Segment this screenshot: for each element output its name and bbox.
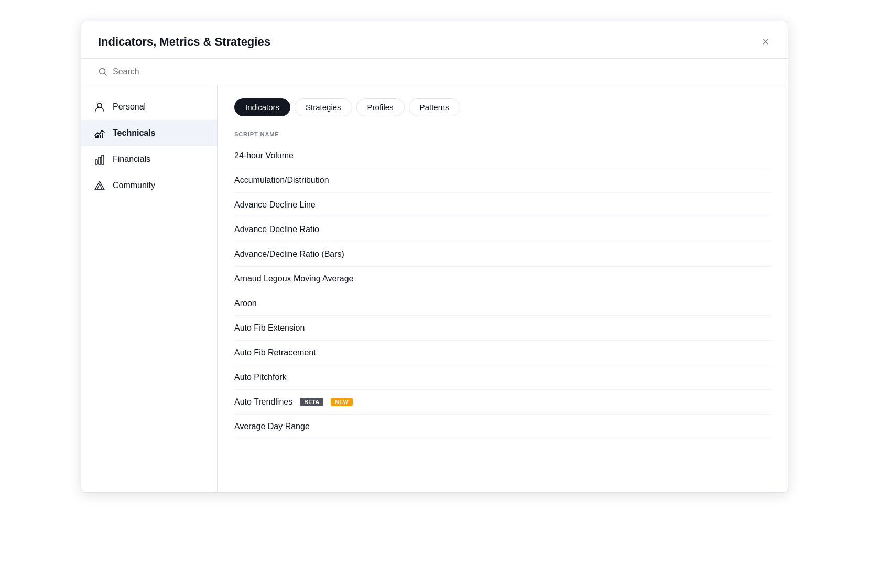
svg-marker-10 — [95, 181, 104, 190]
sidebar-label-financials: Financials — [113, 155, 150, 164]
svg-point-0 — [100, 69, 105, 74]
modal-container: Indicators, Metrics & Strategies × — [81, 21, 788, 493]
svg-rect-8 — [99, 157, 101, 164]
script-name: 24-hour Volume — [234, 151, 294, 160]
modal-title: Indicators, Metrics & Strategies — [98, 35, 270, 49]
list-item[interactable]: Auto Fib Extension — [234, 316, 771, 341]
list-item[interactable]: Advance/Decline Ratio (Bars) — [234, 242, 771, 267]
tab-strategies[interactable]: Strategies — [295, 98, 352, 116]
search-icon — [98, 67, 107, 77]
list-item[interactable]: Auto Pitchfork — [234, 365, 771, 390]
technicals-icon — [94, 127, 105, 139]
svg-line-1 — [105, 74, 107, 76]
svg-rect-4 — [97, 135, 99, 138]
script-name: Auto Fib Extension — [234, 323, 305, 333]
list-item[interactable]: Arnaud Legoux Moving Average — [234, 267, 771, 291]
script-name: Advance Decline Line — [234, 200, 316, 210]
list-item[interactable]: Aroon — [234, 291, 771, 316]
tabs-container: Indicators Strategies Profiles Patterns — [234, 98, 771, 116]
tab-patterns[interactable]: Patterns — [409, 98, 460, 116]
modal-header: Indicators, Metrics & Strategies × — [81, 21, 788, 59]
list-item[interactable]: Auto Fib Retracement — [234, 341, 771, 365]
close-button[interactable]: × — [760, 34, 771, 50]
svg-rect-7 — [95, 160, 97, 164]
community-icon — [94, 180, 105, 191]
sidebar-label-personal: Personal — [113, 102, 146, 112]
script-name: Advance Decline Ratio — [234, 225, 319, 234]
modal-body: Personal Technicals — [81, 85, 788, 492]
script-name: Auto Trendlines — [234, 397, 292, 407]
script-name: Arnaud Legoux Moving Average — [234, 274, 353, 284]
list-item[interactable]: Advance Decline Line — [234, 193, 771, 217]
search-bar — [81, 59, 788, 85]
script-name: Accumulation/Distribution — [234, 176, 329, 185]
script-name: Aroon — [234, 299, 257, 308]
column-header: SCRIPT NAME — [234, 129, 771, 139]
main-content: Indicators Strategies Profiles Patterns … — [218, 85, 788, 492]
list-item[interactable]: Advance Decline Ratio — [234, 217, 771, 242]
script-name: Average Day Range — [234, 422, 310, 431]
svg-rect-5 — [100, 135, 101, 138]
sidebar-label-community: Community — [113, 181, 155, 190]
svg-rect-3 — [95, 136, 97, 138]
script-name: Advance/Decline Ratio (Bars) — [234, 249, 344, 259]
script-list: 24-hour Volume Accumulation/Distribution… — [234, 144, 771, 439]
tab-profiles[interactable]: Profiles — [356, 98, 405, 116]
list-item[interactable]: Average Day Range — [234, 415, 771, 439]
beta-badge: BETA — [300, 398, 323, 406]
sidebar-item-technicals[interactable]: Technicals — [81, 120, 217, 146]
search-input[interactable] — [113, 67, 771, 77]
svg-rect-9 — [102, 155, 104, 164]
list-item[interactable]: Auto Trendlines BETA NEW — [234, 390, 771, 415]
sidebar-label-technicals: Technicals — [113, 128, 156, 138]
sidebar-item-personal[interactable]: Personal — [81, 94, 217, 120]
sidebar-item-community[interactable]: Community — [81, 172, 217, 199]
sidebar-item-financials[interactable]: Financials — [81, 146, 217, 172]
svg-point-2 — [97, 103, 102, 107]
tab-indicators[interactable]: Indicators — [234, 98, 290, 116]
svg-rect-6 — [102, 133, 103, 138]
new-badge: NEW — [331, 398, 353, 406]
financials-icon — [94, 154, 105, 165]
script-name: Auto Pitchfork — [234, 373, 287, 382]
list-item[interactable]: 24-hour Volume — [234, 144, 771, 168]
person-icon — [94, 101, 105, 113]
list-item[interactable]: Accumulation/Distribution — [234, 168, 771, 193]
sidebar: Personal Technicals — [81, 85, 218, 492]
script-name: Auto Fib Retracement — [234, 348, 316, 357]
